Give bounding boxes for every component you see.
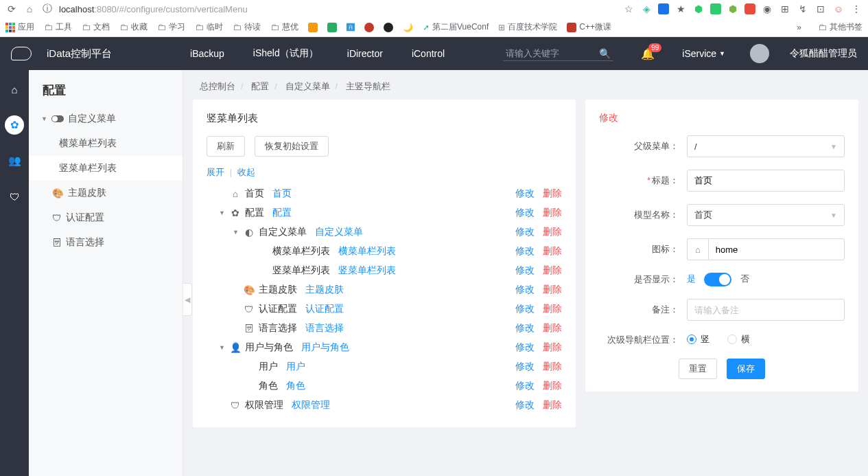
info-icon[interactable]: ⓘ bbox=[41, 3, 54, 15]
parent-select[interactable]: /▼ bbox=[687, 135, 845, 157]
bookmark-item[interactable]: 🌙 bbox=[403, 23, 413, 32]
notifications-button[interactable]: 🔔 99 bbox=[641, 47, 655, 60]
delete-link[interactable]: 删除 bbox=[543, 227, 562, 237]
rail-configure[interactable]: ✿ bbox=[5, 115, 24, 135]
bookmark-item[interactable]: ➚第二届VueConf bbox=[423, 21, 489, 33]
nav-ibackup[interactable]: iBackup bbox=[183, 48, 231, 59]
node-alias[interactable]: 首页 bbox=[272, 188, 292, 200]
bookmark-item[interactable]: C++微课 bbox=[567, 21, 611, 33]
ext-icon[interactable]: ⬢ bbox=[727, 3, 739, 15]
star-icon[interactable]: ☆ bbox=[622, 3, 635, 15]
title-input[interactable] bbox=[687, 170, 845, 192]
edit-link[interactable]: 修改 bbox=[515, 323, 535, 333]
bookmark-item[interactable] bbox=[308, 23, 318, 32]
menu-icon[interactable]: ⋮ bbox=[850, 3, 863, 15]
delete-link[interactable]: 删除 bbox=[543, 323, 562, 333]
ext-icon[interactable] bbox=[744, 3, 755, 14]
edit-link[interactable]: 修改 bbox=[515, 284, 535, 295]
sidebar-item-auth[interactable]: 🛡认证配置 bbox=[29, 205, 183, 230]
bookmark-folder[interactable]: 🗀学习 bbox=[157, 21, 185, 33]
bookmark-item[interactable] bbox=[384, 23, 393, 32]
sidebar-item-horizontal[interactable]: 横菜单栏列表 bbox=[29, 131, 183, 156]
ext-icon[interactable]: ⊞ bbox=[779, 3, 791, 15]
home-icon[interactable]: ⌂ bbox=[23, 3, 36, 15]
show-switch[interactable] bbox=[704, 273, 731, 286]
ext-icon[interactable]: ☺ bbox=[832, 3, 845, 15]
delete-link[interactable]: 删除 bbox=[543, 361, 562, 372]
refresh-button[interactable]: 刷新 bbox=[207, 136, 245, 157]
node-alias[interactable]: 自定义菜单 bbox=[315, 226, 363, 238]
bookmark-folder[interactable]: 🗀待读 bbox=[233, 21, 261, 33]
reload-icon[interactable]: ⟳ bbox=[5, 3, 18, 15]
ext-icon[interactable] bbox=[710, 3, 721, 14]
ext-icon[interactable]: ⊡ bbox=[814, 3, 827, 15]
edit-link[interactable]: 修改 bbox=[515, 207, 535, 218]
overflow-icon[interactable]: » bbox=[797, 23, 801, 32]
rail-security[interactable]: 🛡 bbox=[5, 187, 24, 206]
bookmark-item[interactable] bbox=[327, 23, 337, 32]
node-alias[interactable]: 横菜单栏列表 bbox=[338, 245, 396, 258]
node-alias[interactable]: 主题皮肤 bbox=[305, 284, 344, 296]
url[interactable]: localhost:8080/#/configure/custom/vertic… bbox=[59, 4, 248, 14]
apps-button[interactable]: 应用 bbox=[5, 21, 34, 33]
delete-link[interactable]: 删除 bbox=[543, 265, 562, 275]
ext-icon[interactable]: ◈ bbox=[640, 3, 653, 15]
node-alias[interactable]: 认证配置 bbox=[305, 303, 344, 315]
delete-link[interactable]: 删除 bbox=[543, 284, 562, 295]
caret-icon[interactable]: ▼ bbox=[219, 344, 226, 351]
sidebar-item-custom-menu[interactable]: ▼自定义菜单 bbox=[29, 106, 183, 131]
nav-icontrol[interactable]: iControl bbox=[405, 48, 451, 59]
sidebar-item-theme[interactable]: 🎨主题皮肤 bbox=[29, 181, 183, 205]
node-alias[interactable]: 权限管理 bbox=[292, 399, 330, 411]
edit-link[interactable]: 修改 bbox=[515, 304, 535, 314]
ext-icon[interactable] bbox=[658, 3, 669, 14]
reset-button[interactable]: 重置 bbox=[679, 359, 717, 379]
crumb[interactable]: 配置 bbox=[251, 81, 269, 91]
edit-link[interactable]: 修改 bbox=[515, 265, 535, 275]
restore-button[interactable]: 恢复初始设置 bbox=[255, 136, 329, 157]
save-button[interactable]: 保存 bbox=[727, 359, 765, 379]
edit-link[interactable]: 修改 bbox=[515, 381, 535, 391]
delete-link[interactable]: 删除 bbox=[543, 400, 562, 410]
crumb[interactable]: 总控制台 bbox=[200, 81, 235, 91]
iservice-dropdown[interactable]: iService ▼ bbox=[682, 48, 725, 59]
edit-link[interactable]: 修改 bbox=[515, 361, 535, 372]
node-alias[interactable]: 配置 bbox=[272, 207, 292, 219]
caret-icon[interactable]: ▼ bbox=[233, 229, 239, 236]
bookmark-folder[interactable]: 🗀临时 bbox=[195, 21, 223, 33]
radio-vertical[interactable]: 竖 bbox=[687, 333, 709, 345]
avatar[interactable] bbox=[750, 44, 769, 63]
ext-icon[interactable]: ⬢ bbox=[692, 3, 705, 15]
bookmark-item[interactable] bbox=[364, 23, 374, 32]
search-icon[interactable]: 🔍 bbox=[599, 48, 611, 59]
model-select[interactable]: 首页▼ bbox=[687, 204, 845, 226]
node-alias[interactable]: 用户与角色 bbox=[301, 341, 349, 354]
delete-link[interactable]: 删除 bbox=[543, 207, 562, 218]
node-alias[interactable]: 角色 bbox=[286, 380, 305, 392]
collapse-all[interactable]: 收起 bbox=[237, 167, 255, 177]
icon-input[interactable] bbox=[708, 238, 845, 260]
sidebar-item-lang[interactable]: 🈂语言选择 bbox=[29, 230, 183, 255]
delete-link[interactable]: 删除 bbox=[543, 246, 562, 256]
delete-link[interactable]: 删除 bbox=[543, 188, 562, 199]
node-alias[interactable]: 用户 bbox=[286, 361, 305, 373]
edit-link[interactable]: 修改 bbox=[515, 188, 535, 199]
crumb[interactable]: 自定义菜单 bbox=[285, 81, 330, 91]
bookmark-folder[interactable]: 🗀文档 bbox=[82, 21, 110, 33]
edit-link[interactable]: 修改 bbox=[515, 342, 535, 352]
delete-link[interactable]: 删除 bbox=[543, 381, 562, 391]
bookmark-folder[interactable]: 🗀工具 bbox=[44, 21, 72, 33]
search-input[interactable] bbox=[506, 48, 595, 58]
ext-icon[interactable]: ★ bbox=[675, 3, 687, 15]
rail-users[interactable]: 👥 bbox=[5, 151, 24, 170]
node-alias[interactable]: 语言选择 bbox=[305, 322, 344, 335]
expand-all[interactable]: 展开 bbox=[207, 167, 224, 177]
nav-isheld[interactable]: iSheld（试用） bbox=[246, 47, 325, 60]
ext-icon[interactable]: ↯ bbox=[797, 3, 809, 15]
collapse-sidebar-handle[interactable]: ◀ bbox=[183, 283, 192, 316]
bookmark-folder[interactable]: 🗀慧优 bbox=[270, 21, 298, 33]
bookmark-folder[interactable]: 🗀收藏 bbox=[119, 21, 148, 33]
bookmark-item[interactable]: 🅰 bbox=[347, 23, 355, 32]
edit-link[interactable]: 修改 bbox=[515, 227, 535, 237]
edit-link[interactable]: 修改 bbox=[515, 246, 535, 256]
